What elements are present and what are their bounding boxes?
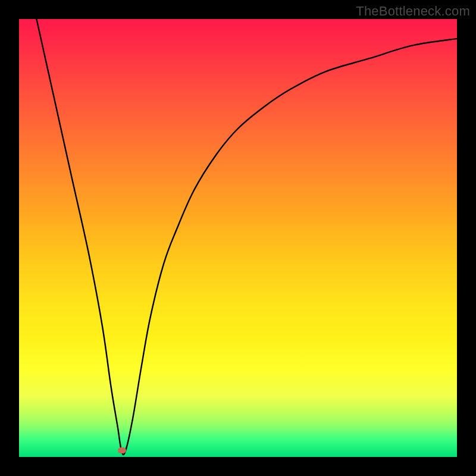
chart-frame: TheBottleneck.com — [0, 0, 476, 476]
optimal-marker — [118, 447, 126, 453]
bottleneck-curve — [36, 19, 457, 455]
watermark-text: TheBottleneck.com — [356, 4, 470, 19]
curve-layer — [19, 19, 457, 457]
plot-area — [19, 19, 457, 457]
